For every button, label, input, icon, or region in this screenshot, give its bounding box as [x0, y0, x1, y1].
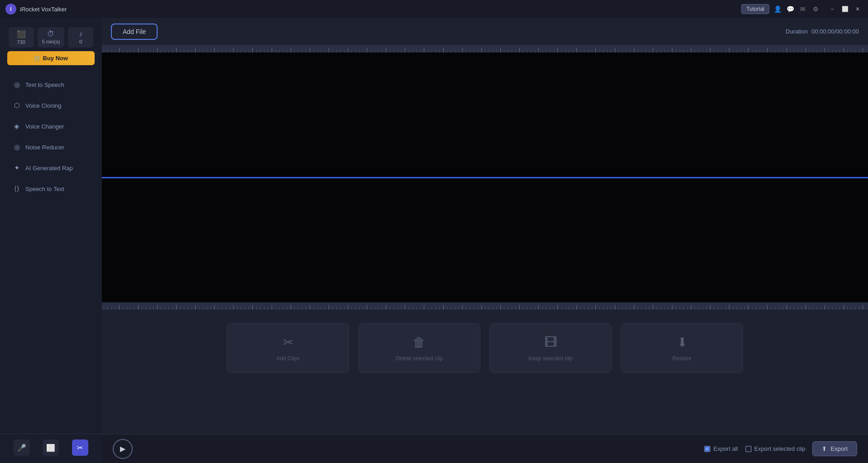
add-file-button[interactable]: Add File — [111, 24, 158, 40]
stat-count-icon: ⬛ — [17, 30, 26, 38]
keep-clip-label: Keep selected clip — [528, 355, 572, 362]
bottom-ruler — [102, 302, 868, 310]
clip-controls-area: ✂ Add Clips 🗑 Delete selected clip 🎞 Kee… — [102, 310, 868, 434]
top-ruler — [102, 45, 868, 53]
export-all-checkbox[interactable]: ✓ — [704, 446, 710, 452]
waveform-area: ✂ Add Clips 🗑 Delete selected clip 🎞 Kee… — [102, 45, 868, 434]
sidebar-label-speech-to-text: Speech to Text — [25, 186, 64, 192]
sidebar-item-voice-cloning[interactable]: ⬡ Voice Cloning — [4, 96, 98, 115]
export-all-label[interactable]: ✓ Export all — [704, 445, 738, 452]
close-button[interactable]: ✕ — [853, 4, 863, 14]
duration-info: Duration 00:00:00/00:00:00 — [786, 28, 859, 35]
sidebar-label-voice-changer: Voice Changer — [25, 123, 64, 130]
tutorial-button[interactable]: Tutorial — [741, 4, 769, 14]
maximize-button[interactable]: ⬜ — [840, 4, 850, 14]
sidebar-label-noise-reducer: Noise Reducer — [25, 144, 64, 151]
duration-value: 00:00:00/00:00:00 — [811, 28, 859, 35]
bottom-bar: ▶ ✓ Export all Export selected clip ⬆ Ex… — [102, 434, 868, 463]
sidebar-label-ai-generated-rap: AI Generated Rap — [25, 165, 73, 172]
user-icon[interactable]: 👤 — [773, 5, 782, 14]
buy-now-button[interactable]: 🛒 Buy Now — [7, 51, 95, 65]
keep-clip-icon: 🎞 — [544, 335, 557, 350]
top-toolbar: Add File Duration 00:00:00/00:00:00 — [102, 18, 868, 45]
mail-icon[interactable]: ✉ — [798, 5, 807, 14]
sidebar-item-voice-changer[interactable]: ◈ Voice Changer — [4, 117, 98, 136]
restore-card[interactable]: ⬇ Restore — [621, 323, 743, 373]
delete-clip-icon: 🗑 — [413, 335, 426, 350]
sidebar: ⬛ 730 ⏱ 5 min(s) ♪ 0 🛒 Buy Now ◎ Text to… — [0, 18, 102, 463]
export-btn-label: Export — [830, 445, 848, 452]
text-to-speech-icon: ◎ — [13, 81, 21, 89]
content-area: Add File Duration 00:00:00/00:00:00 — [102, 18, 868, 463]
clip-actions: ✂ Add Clips 🗑 Delete selected clip 🎞 Kee… — [102, 310, 868, 434]
window-controls: − ⬜ ✕ — [827, 4, 863, 14]
delete-selected-clip-card[interactable]: 🗑 Delete selected clip — [358, 323, 480, 373]
sidebar-label-text-to-speech: Text to Speech — [25, 81, 64, 88]
voice-cloning-icon: ⬡ — [13, 101, 21, 110]
stat-time-icon: ⏱ — [47, 30, 54, 38]
voice-changer-icon: ◈ — [13, 122, 21, 130]
app-title: iRocket VoxTalker — [20, 6, 741, 13]
stat-box-other: ♪ 0 — [68, 27, 93, 48]
sidebar-label-voice-cloning: Voice Cloning — [25, 102, 62, 109]
chat-icon[interactable]: 💬 — [786, 5, 795, 14]
main-layout: ⬛ 730 ⏱ 5 min(s) ♪ 0 🛒 Buy Now ◎ Text to… — [0, 18, 868, 463]
play-button[interactable]: ▶ — [113, 439, 133, 459]
add-clips-icon: ✂ — [283, 335, 293, 350]
waveform-bottom[interactable] — [102, 178, 868, 303]
noise-reducer-icon: ◎ — [13, 143, 21, 151]
restore-icon: ⬇ — [677, 335, 687, 350]
app-logo: i — [5, 4, 16, 14]
sidebar-item-noise-reducer[interactable]: ◎ Noise Reducer — [4, 138, 98, 157]
ai-rap-icon: ✦ — [13, 164, 21, 172]
sidebar-item-ai-generated-rap[interactable]: ✦ AI Generated Rap — [4, 158, 98, 177]
stat-count-value: 730 — [17, 39, 25, 45]
keep-selected-clip-card[interactable]: 🎞 Keep selected clip — [489, 323, 612, 373]
stat-other-icon: ♪ — [79, 30, 82, 38]
stat-box-count: ⬛ 730 — [9, 27, 34, 48]
sidebar-stats: ⬛ 730 ⏱ 5 min(s) ♪ 0 — [7, 27, 95, 48]
add-clips-label: Add Clips — [276, 355, 299, 362]
edit-scissors-icon[interactable]: ✂ — [72, 439, 88, 456]
minimize-button[interactable]: − — [827, 4, 837, 14]
microphone-icon[interactable]: 🎤 — [14, 439, 30, 456]
checkmark-icon: ✓ — [705, 446, 709, 451]
export-button[interactable]: ⬆ Export — [812, 441, 857, 456]
delete-clip-label: Delete selected clip — [396, 355, 443, 362]
export-selected-label[interactable]: Export selected clip — [745, 445, 806, 452]
settings-icon[interactable]: ⚙ — [811, 5, 820, 14]
waveform-top[interactable] — [102, 53, 868, 177]
title-bar: i iRocket VoxTalker Tutorial 👤 💬 ✉ ⚙ − ⬜… — [0, 0, 868, 18]
sidebar-item-text-to-speech[interactable]: ◎ Text to Speech — [4, 75, 98, 94]
sidebar-top: ⬛ 730 ⏱ 5 min(s) ♪ 0 🛒 Buy Now — [0, 22, 102, 71]
duration-label: Duration — [786, 28, 808, 35]
export-btn-icon: ⬆ — [822, 445, 827, 452]
sidebar-nav: ◎ Text to Speech ⬡ Voice Cloning ◈ Voice… — [0, 71, 102, 434]
export-options: ✓ Export all Export selected clip ⬆ Expo… — [704, 441, 857, 456]
restore-label: Restore — [672, 355, 691, 362]
stat-other-value: 0 — [79, 39, 82, 44]
title-bar-actions: Tutorial 👤 💬 ✉ ⚙ − ⬜ ✕ — [741, 4, 863, 14]
sidebar-item-speech-to-text[interactable]: ⟨⟩ Speech to Text — [4, 179, 98, 198]
play-icon: ▶ — [120, 444, 125, 453]
speech-to-text-icon: ⟨⟩ — [13, 185, 21, 193]
export-selected-checkbox[interactable] — [745, 446, 752, 452]
stat-box-time: ⏱ 5 min(s) — [38, 27, 65, 48]
stat-time-value: 5 min(s) — [42, 39, 60, 44]
sidebar-bottom: 🎤 ⬜ ✂ — [0, 434, 102, 463]
screen-record-icon[interactable]: ⬜ — [43, 439, 59, 456]
add-clips-card[interactable]: ✂ Add Clips — [227, 323, 349, 373]
